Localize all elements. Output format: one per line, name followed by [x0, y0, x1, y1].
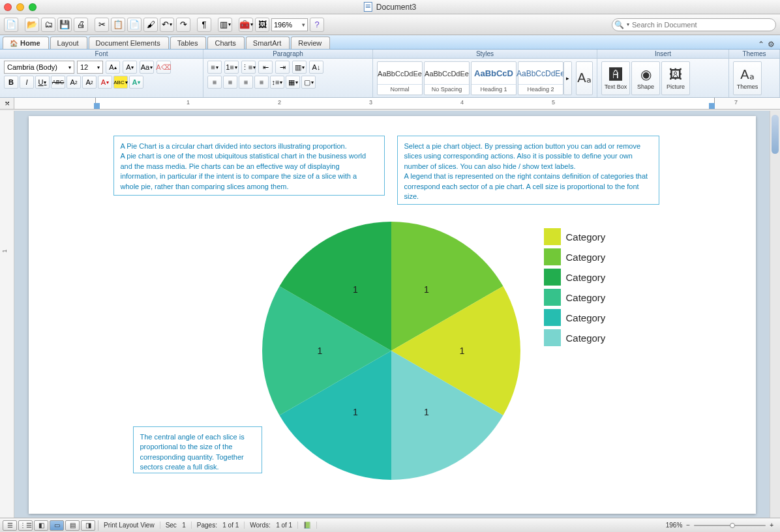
font-name-dropdown[interactable]: Cambria (Body)▾ [4, 61, 74, 74]
clear-formatting-button[interactable]: A⌫ [157, 61, 171, 74]
text-effects-button[interactable]: A [129, 76, 143, 89]
open-button[interactable]: 📂 [25, 18, 39, 32]
tab-smartart[interactable]: SmartArt [246, 37, 290, 49]
vertical-scrollbar[interactable] [770, 111, 780, 518]
document-canvas[interactable]: A Pie Chart is a circular chart divided … [14, 111, 770, 518]
view-notebook-button[interactable]: ▤ [65, 520, 80, 531]
view-publishing-button[interactable]: ◧ [34, 520, 48, 531]
legend-item[interactable]: Category [544, 329, 606, 346]
tab-home[interactable]: 🏠Home [3, 37, 49, 49]
status-words[interactable]: Words: 1 of 1 [245, 522, 298, 529]
shading-button[interactable]: ▦ [286, 76, 300, 89]
legend-item[interactable]: Category [544, 309, 606, 326]
font-size-dropdown[interactable]: 12▾ [77, 61, 103, 74]
tab-layout[interactable]: Layout [50, 37, 87, 49]
legend-item[interactable]: Category [544, 289, 606, 306]
undo-button[interactable]: ↶ [160, 18, 174, 32]
zoom-out-button[interactable]: − [686, 522, 690, 529]
text-box-button[interactable]: 🅰Text Box [601, 61, 630, 95]
sidebar-toggle-button[interactable]: ▥ [218, 18, 232, 32]
paste-button[interactable]: 📄 [127, 18, 142, 32]
callout-left[interactable]: A Pie Chart is a circular chart divided … [113, 136, 385, 196]
horizontal-ruler[interactable]: 1 2 3 4 5 7 [14, 98, 780, 109]
style-heading-1[interactable]: AaBbCcDHeading 1 [471, 61, 517, 95]
shape-button[interactable]: ◉Shape [631, 61, 660, 95]
search-options-chevron[interactable]: ▾ [627, 22, 629, 27]
search-input[interactable] [632, 21, 772, 29]
status-section[interactable]: Sec 1 [160, 522, 192, 529]
tab-tables[interactable]: Tables [170, 37, 207, 49]
help-button[interactable]: ? [310, 18, 324, 32]
highlight-button[interactable]: ABC [113, 76, 128, 89]
new-button[interactable]: 📄 [4, 18, 18, 32]
ruler-corner[interactable]: ⤲ [0, 98, 14, 109]
show-formatting-button[interactable]: ¶ [197, 18, 211, 32]
right-indent-marker[interactable] [709, 103, 715, 109]
tab-review[interactable]: Review [291, 37, 330, 49]
underline-button[interactable]: U [35, 76, 50, 89]
search-field[interactable]: 🔍 ▾ [612, 18, 776, 31]
subscript-button[interactable]: A2 [82, 76, 97, 89]
style-heading-2[interactable]: AaBbCcDdEeHeading 2 [518, 61, 563, 95]
grow-font-button[interactable]: A▴ [106, 61, 120, 74]
view-draft-button[interactable]: ☰ [3, 520, 17, 531]
collapse-ribbon-icon[interactable]: ⌃ [758, 40, 764, 49]
decrease-indent-button[interactable]: ⇤ [258, 61, 273, 74]
align-right-button[interactable]: ≡ [239, 76, 253, 89]
copy-button[interactable]: 📋 [111, 18, 125, 32]
tab-charts[interactable]: Charts [207, 37, 244, 49]
toolbox-button[interactable]: 🧰 [239, 18, 253, 32]
left-indent-marker[interactable] [94, 103, 100, 109]
open-recent-button[interactable]: 🗂 [41, 18, 55, 32]
legend-item[interactable]: Category [544, 269, 606, 286]
style-normal[interactable]: AaBbCcDdEeNormal [377, 61, 423, 95]
align-center-button[interactable]: ≡ [223, 76, 237, 89]
tab-document-elements[interactable]: Document Elements [89, 37, 169, 49]
zoom-dropdown[interactable]: 196% ▾ [271, 18, 308, 31]
view-print-layout-button[interactable]: ▭ [50, 520, 64, 531]
redo-button[interactable]: ↷ [176, 18, 190, 32]
zoom-slider[interactable] [694, 523, 766, 528]
multilevel-list-button[interactable]: ⋮≡ [241, 61, 256, 74]
legend-item[interactable]: Category [544, 248, 606, 265]
print-button[interactable]: 🖨 [74, 18, 88, 32]
italic-button[interactable]: I [20, 76, 34, 89]
vertical-ruler[interactable]: 1 [0, 111, 14, 518]
numbering-button[interactable]: 1≡ [224, 61, 239, 74]
align-left-button[interactable]: ≡ [207, 76, 222, 89]
pie-chart[interactable] [261, 220, 522, 481]
callout-right[interactable]: Select a pie chart object. By pressing a… [397, 136, 659, 205]
window-close-button[interactable] [4, 3, 12, 11]
media-browser-button[interactable]: 🖼 [255, 18, 269, 32]
styles-more-button[interactable]: ▸ [563, 61, 572, 95]
ribbon-options-icon[interactable]: ⚙ [768, 40, 775, 49]
bold-button[interactable]: B [4, 76, 18, 89]
themes-button[interactable]: AₐThemes [733, 61, 762, 95]
pie-legend[interactable]: CategoryCategoryCategoryCategoryCategory… [544, 228, 606, 349]
borders-button[interactable]: ▢ [301, 76, 316, 89]
bullets-button[interactable]: ≡ [207, 61, 222, 74]
line-spacing-button[interactable]: ↕≡ [270, 76, 284, 89]
window-zoom-button[interactable] [29, 3, 37, 11]
view-outline-button[interactable]: ⋮☰ [18, 520, 33, 531]
legend-item[interactable]: Category [544, 228, 606, 245]
justify-button[interactable]: ≡ [254, 76, 269, 89]
change-case-button[interactable]: Aa [140, 61, 154, 74]
zoom-in-button[interactable]: + [770, 522, 773, 529]
save-button[interactable]: 💾 [57, 18, 72, 32]
cut-button[interactable]: ✂ [95, 18, 109, 32]
styles-pane-button[interactable]: Aₐ [576, 61, 593, 95]
window-minimize-button[interactable] [16, 3, 24, 11]
document-page[interactable]: A Pie Chart is a circular chart divided … [29, 116, 756, 514]
columns-button[interactable]: ▥ [292, 61, 307, 74]
scrollbar-thumb[interactable] [772, 115, 779, 154]
font-color-button[interactable]: A [98, 76, 112, 89]
strikethrough-button[interactable]: ABC [51, 76, 65, 89]
status-pages[interactable]: Pages: 1 of 1 [192, 522, 245, 529]
status-spell-check[interactable]: 📗 [298, 522, 317, 529]
superscript-button[interactable]: A2 [67, 76, 81, 89]
view-focus-button[interactable]: ◨ [81, 520, 95, 531]
increase-indent-button[interactable]: ⇥ [275, 61, 290, 74]
picture-button[interactable]: 🖼Picture [661, 61, 690, 95]
callout-bottom[interactable]: The central angle of each slice is propo… [133, 426, 262, 473]
